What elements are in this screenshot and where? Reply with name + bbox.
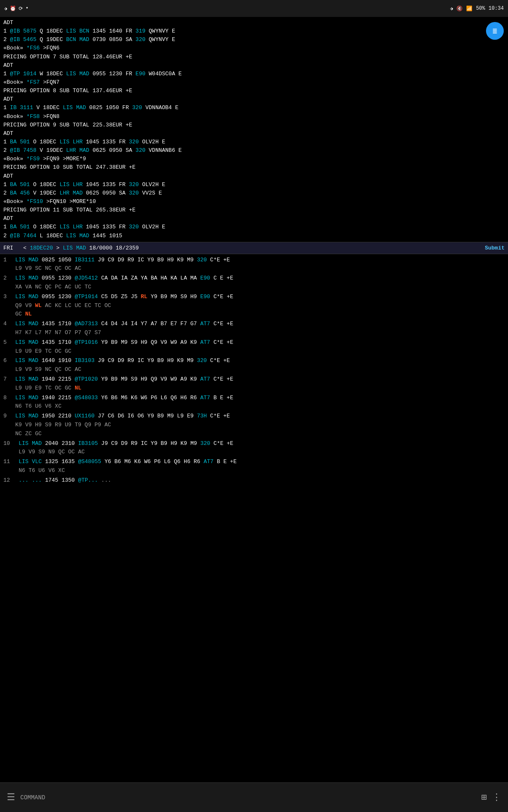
grid-icon[interactable]: ⊞ xyxy=(481,792,487,803)
avail-row-3[interactable]: 3 LIS MAD 0955 1230 @TP1014 C5 D5 Z5 J5 … xyxy=(3,293,505,319)
row-1-line2: L9 V9 SC NC QC OC AC xyxy=(3,264,505,273)
more-options-icon[interactable]: ⋮ xyxy=(492,792,501,803)
pricing-option-10: PRICING OPTION 10 SUB TOTAL 247.38EUR +E xyxy=(3,164,135,170)
status-left: ⬗ ⏰ ⟳ • xyxy=(4,5,28,12)
flight-row-3-1: 1 IB 3111 V 18DEC LIS MAD 0825 1050 FR 3… xyxy=(3,104,179,111)
row-number-10: 10 xyxy=(3,439,19,448)
avail-header-info: FRI < 18DEC20 > LIS MAD 18/0000 18/2359 xyxy=(3,245,139,251)
pricing-option-9: PRICING OPTION 9 SUB TOTAL 225.38EUR +E xyxy=(3,122,132,128)
row-11-main: LIS VLC 1325 1635 @S48055 Y6 B6 M6 K6 W6… xyxy=(19,458,237,466)
row-7-main: LIS MAD 1940 2215 @TP1020 Y9 B9 M9 S9 H9… xyxy=(15,375,233,384)
book-row-4: «Book» *FS9 >FQN9 >MORE*9 xyxy=(3,156,86,162)
adt-block-1: ADT 1 @IB 5875 Q 18DEC LIS BCN 1345 1640… xyxy=(3,19,505,61)
row-7-line2: L9 U9 E9 TC OC GC NL xyxy=(3,384,505,393)
book-row-3: «Book» *FS8 >FQN8 xyxy=(3,113,60,120)
flight-row-1-1: 1 @IB 5875 Q 18DEC LIS BCN 1345 1640 FR … xyxy=(3,28,175,34)
flight-row-6-2: 2 @IB 7464 L 18DEC LIS MAD 1445 1015 xyxy=(3,233,122,239)
flight-row-5-2: 2 BA 456 V 19DEC LHR MAD 0625 0950 SA 32… xyxy=(3,190,162,196)
row-11-line2: N6 T6 U6 V6 XC xyxy=(3,466,505,475)
bottom-command-bar: ☰ COMMAND ⊞ ⋮ xyxy=(0,782,508,812)
adt-label-5: ADT xyxy=(3,173,13,179)
pricing-option-8: PRICING OPTION 8 SUB TOTAL 137.46EUR +E xyxy=(3,88,132,94)
book-row-1: «Book» *FS6 >FQN6 xyxy=(3,45,60,51)
bluetooth-status-icon: ⬗ xyxy=(450,5,453,12)
adt-label-2: ADT xyxy=(3,62,13,69)
row-number-4: 4 xyxy=(3,320,15,329)
time-display: 10:34 xyxy=(489,5,504,11)
row-number-6: 6 xyxy=(3,357,15,365)
row-3-line3: GC NL xyxy=(3,310,505,319)
row-8-line2: N6 T6 U6 V6 XC xyxy=(3,402,505,411)
adt-block-5: ADT 1 BA 501 O 18DEC LIS LHR 1045 1335 F… xyxy=(3,172,505,215)
row-number-5: 5 xyxy=(3,338,15,347)
avail-row-11[interactable]: 11 LIS VLC 1325 1635 @S48055 Y6 B6 M6 K6… xyxy=(3,458,505,475)
flight-row-5-1: 1 BA 501 O 18DEC LIS LHR 1045 1335 FR 32… xyxy=(3,181,165,188)
submit-button[interactable]: Submit xyxy=(485,245,505,251)
avail-row-10[interactable]: 10 LIS MAD 2040 2310 IB3105 J9 C9 D9 R9 … xyxy=(3,439,505,457)
avail-row-2[interactable]: 2 LIS MAD 0955 1230 @JD5412 CA DA IA ZA … xyxy=(3,274,505,292)
flight-row-4-2: 2 @IB 7458 V 19DEC LHR MAD 0625 0950 SA … xyxy=(3,147,182,154)
row-1-main: LIS MAD 0825 1050 IB3111 J9 C9 D9 R9 IC … xyxy=(15,256,230,265)
row-number-8: 8 xyxy=(3,394,15,403)
sync-icon: ⟳ xyxy=(19,5,23,12)
avail-row-4[interactable]: 4 LIS MAD 1435 1710 @AD7313 C4 D4 J4 I4 … xyxy=(3,320,505,337)
dot-icon: • xyxy=(25,5,28,11)
bluetooth-icon: ⬗ xyxy=(4,5,7,12)
status-right: ⬗ 🔇 📶 50% 10:34 xyxy=(450,5,504,12)
availability-section: 1 LIS MAD 0825 1050 IB3111 J9 C9 D9 R9 I… xyxy=(0,254,508,521)
row-10-line2: L9 V9 S9 N9 QC OC AC xyxy=(3,448,505,457)
row-10-main: LIS MAD 2040 2310 IB3105 J9 C9 D9 R9 IC … xyxy=(19,439,233,448)
row-6-main: LIS MAD 1640 1910 IB3103 J9 C9 D9 R9 IC … xyxy=(15,357,230,365)
row-9-line2: K9 V9 H9 S9 R9 U9 T9 Q9 P9 AC xyxy=(3,421,505,430)
command-input-label[interactable]: COMMAND xyxy=(20,794,476,801)
row-12-main: ... ... 1745 1350 @TP... ... xyxy=(19,476,111,485)
row-number-3: 3 xyxy=(3,293,15,302)
row-8-main: LIS MAD 1940 2215 @S48033 Y6 B6 M6 K6 W6… xyxy=(15,394,233,403)
battery-level: 50% xyxy=(476,5,485,11)
adt-block-3: ADT 1 IB 3111 V 18DEC LIS MAD 0825 1050 … xyxy=(3,95,505,129)
row-number-12: 12 xyxy=(3,476,19,485)
row-2-line2: XA VA NC QC PC AC UC TC xyxy=(3,283,505,292)
flight-row-6-1: 1 BA 501 O 18DEC LIS LHR 1045 1335 FR 32… xyxy=(3,224,165,230)
avail-row-1[interactable]: 1 LIS MAD 0825 1050 IB3111 J9 C9 D9 R9 I… xyxy=(3,256,505,274)
row-5-line2: L9 U9 E9 TC OC GC xyxy=(3,347,505,356)
adt-block-2: ADT 1 @TP 1014 W 18DEC LIS MAD 0955 1230… xyxy=(3,61,505,96)
alarm-icon: ⏰ xyxy=(10,5,16,12)
row-9-main: LIS MAD 1950 2210 UX1160 J7 C6 D6 I6 O6 … xyxy=(15,412,230,421)
flight-row-4-1: 1 BA 501 O 18DEC LIS LHR 1045 1335 FR 32… xyxy=(3,139,165,145)
adt-label-1: ADT xyxy=(3,19,13,26)
top-pricing-section: ADT 1 @IB 5875 Q 18DEC LIS BCN 1345 1640… xyxy=(0,17,508,242)
row-4-main: LIS MAD 1435 1710 @AD7313 C4 D4 J4 I4 Y7… xyxy=(15,320,233,329)
adt-block-4: ADT 1 BA 501 O 18DEC LIS LHR 1045 1335 F… xyxy=(3,129,505,172)
status-bar: ⬗ ⏰ ⟳ • ⬗ 🔇 📶 50% 10:34 xyxy=(0,0,508,17)
availability-header-bar: FRI < 18DEC20 > LIS MAD 18/0000 18/2359 … xyxy=(0,242,508,254)
pricing-option-7: PRICING OPTION 7 SUB TOTAL 128.46EUR +E xyxy=(3,54,132,60)
row-number-7: 7 xyxy=(3,375,15,384)
row-number-1: 1 xyxy=(3,256,15,265)
adt-block-6: ADT 1 BA 501 O 18DEC LIS LHR 1045 1335 F… xyxy=(3,214,505,240)
row-6-line2: L9 V9 S9 NC QC OC AC xyxy=(3,365,505,374)
adt-label-3: ADT xyxy=(3,96,13,102)
mute-icon: 🔇 xyxy=(456,5,463,12)
avail-row-7[interactable]: 7 LIS MAD 1940 2215 @TP1020 Y9 B9 M9 S9 … xyxy=(3,375,505,393)
filter-fab-button[interactable]: ≣ xyxy=(486,22,504,40)
avail-row-12[interactable]: 12 ... ... 1745 1350 @TP... ... xyxy=(3,476,505,485)
wifi-icon: 📶 xyxy=(466,5,472,12)
filter-icon: ≣ xyxy=(493,26,497,36)
avail-row-6[interactable]: 6 LIS MAD 1640 1910 IB3103 J9 C9 D9 R9 I… xyxy=(3,357,505,374)
book-row-2: «Book» *FS7 >FQN7 xyxy=(3,79,60,85)
book-row-5: «Book» *FS10 >FQN10 >MORE*10 xyxy=(3,198,96,205)
adt-label-6: ADT xyxy=(3,215,13,222)
avail-row-5[interactable]: 5 LIS MAD 1435 1710 @TP1016 Y9 B9 M9 S9 … xyxy=(3,338,505,356)
row-3-line2: Q9 V9 WL AC KC LC UC EC TC OC xyxy=(3,302,505,310)
row-3-main: LIS MAD 0955 1230 @TP1014 C5 D5 Z5 J5 RL… xyxy=(15,293,233,302)
row-number-11: 11 xyxy=(3,458,19,466)
avail-row-8[interactable]: 8 LIS MAD 1940 2215 @S48033 Y6 B6 M6 K6 … xyxy=(3,394,505,411)
row-9-line3: NC ZC GC xyxy=(3,430,505,439)
menu-icon[interactable]: ☰ xyxy=(7,792,15,803)
row-number-9: 9 xyxy=(3,412,15,421)
row-4-line2: H7 K7 L7 M7 N7 O7 P7 Q7 S7 xyxy=(3,329,505,337)
flight-row-1-2: 2 @IB 5465 Q 19DEC BCN MAD 0730 0850 SA … xyxy=(3,36,175,43)
avail-row-9[interactable]: 9 LIS MAD 1950 2210 UX1160 J7 C6 D6 I6 O… xyxy=(3,412,505,438)
pricing-option-11: PRICING OPTION 11 SUB TOTAL 265.38EUR +E xyxy=(3,207,135,213)
